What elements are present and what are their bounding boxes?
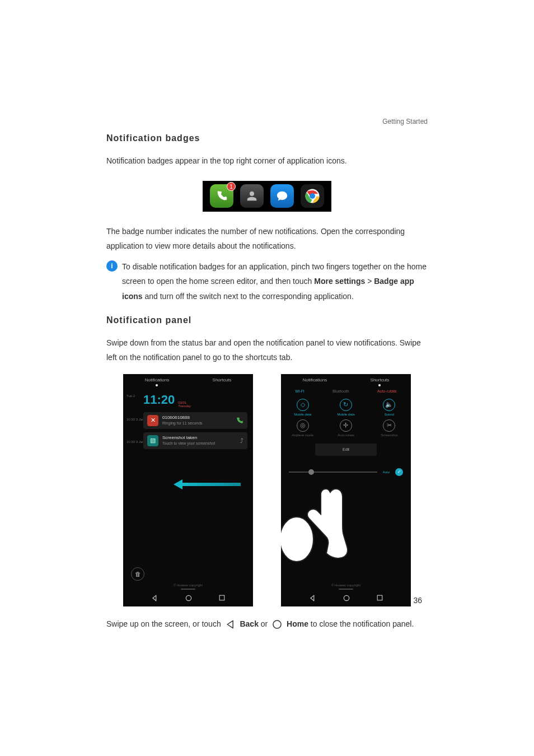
brightness-slider: Auto ✓ xyxy=(289,468,403,476)
side-label-2: 10:30 3 Jan xyxy=(127,418,144,422)
tab-notifications: Notifications xyxy=(145,377,170,386)
sc-top-wifi: Wi-Fi xyxy=(295,389,304,393)
close-text-a: Swipe up on the screen, or touch xyxy=(106,619,223,628)
figure-badge-icons: 1 xyxy=(106,181,428,212)
phone-app-icon: 1 xyxy=(210,184,233,208)
tab-shortcuts-r: Shortcuts xyxy=(371,377,390,386)
screenshot-icon: ▧ xyxy=(147,435,158,446)
notification-card-call: ✕ 01060610888Ringing for 11 seconds xyxy=(143,412,247,429)
info-callout: i To disable notification badges for an … xyxy=(106,259,428,304)
info-text: To disable notification badges for an ap… xyxy=(122,259,428,304)
chrome-app-icon xyxy=(301,184,324,208)
sc-top-bt: Bluetooth xyxy=(332,389,349,393)
close-text-or: or xyxy=(261,619,270,628)
clear-all-icon: 🗑 xyxy=(131,567,144,581)
nav-recent-icon-r xyxy=(376,594,383,601)
separator-gt: > xyxy=(365,277,374,286)
call-back-icon xyxy=(236,417,243,424)
edit-shortcuts-button: Edit xyxy=(315,444,377,456)
close-text-b: to close the notification panel. xyxy=(311,619,414,628)
para-badges-intro: Notification badges appear in the top ri… xyxy=(106,153,428,169)
label-more-settings: More settings xyxy=(314,277,365,286)
shortcut-cell: ◎Airplane mode xyxy=(281,419,324,437)
para-close-panel: Swipe up on the screen, or touch Back or… xyxy=(106,617,428,632)
tab-notifications-r: Notifications xyxy=(303,377,327,386)
mock-footer: © Huawei copyright xyxy=(174,584,203,587)
missed-call-icon: ✕ xyxy=(147,415,158,426)
mock-shortcuts-panel: Notifications Shortcuts Wi-Fi Bluetooth … xyxy=(281,374,411,606)
shortcut-cell: ↻Mobile data xyxy=(324,399,367,416)
svg-rect-4 xyxy=(219,595,224,600)
info-text-b: and turn off the switch next to the corr… xyxy=(143,292,354,301)
label-home: Home xyxy=(287,619,308,628)
nav-back-icon xyxy=(151,594,159,602)
svg-point-8 xyxy=(273,620,281,628)
para-badges-explain: The badge number indicates the number of… xyxy=(106,224,428,254)
mock-notifications-panel: Notifications Shortcuts Tue 2 11:20 03/0… xyxy=(123,374,253,606)
shortcut-cell: ◇Mobile data xyxy=(281,399,324,416)
nav-home-icon xyxy=(185,594,193,602)
panel-time: 11:20 xyxy=(143,393,175,407)
svg-point-6 xyxy=(344,595,349,600)
svg-point-5 xyxy=(281,517,313,562)
heading-notification-badges: Notification badges xyxy=(106,133,428,143)
sc-top-rot: Auto-rotate xyxy=(377,389,397,393)
shortcut-cell: ✂Screenshot xyxy=(368,419,411,437)
nav-back-icon-r xyxy=(309,594,317,602)
shortcut-cell: 🔈Sound xyxy=(368,399,411,416)
shortcut-cell: ✢Auto-rotate xyxy=(324,419,367,437)
nav-home-icon-r xyxy=(343,594,350,602)
svg-rect-7 xyxy=(377,595,382,600)
page-header-section: Getting Started xyxy=(106,118,428,125)
page-number: 36 xyxy=(413,596,422,605)
para-panel-intro: Swipe down from the status bar and open … xyxy=(106,335,428,365)
side-label-3: 10:30 3 Jan xyxy=(127,440,144,444)
share-icon: ⤴ xyxy=(240,437,243,444)
side-label-1: Tue 2 xyxy=(127,394,135,398)
heading-notification-panel: Notification panel xyxy=(106,315,428,325)
brightness-auto-label: Auto xyxy=(383,470,390,474)
contacts-app-icon xyxy=(240,184,264,208)
info-icon: i xyxy=(106,260,118,272)
label-back: Back xyxy=(240,619,258,628)
panel-date: 03/01Tuesday xyxy=(178,401,191,408)
badge-count: 1 xyxy=(227,182,236,191)
nav-recent-icon xyxy=(218,594,226,601)
hand-gesture-icon xyxy=(281,483,348,567)
tab-shortcuts: Shortcuts xyxy=(213,377,232,386)
home-circle-icon xyxy=(271,619,283,630)
back-triangle-icon xyxy=(225,619,236,630)
brightness-auto-icon: ✓ xyxy=(395,468,403,476)
figure-panel-mockups: Notifications Shortcuts Tue 2 11:20 03/0… xyxy=(106,374,428,606)
svg-point-3 xyxy=(186,595,191,600)
notification-card-screenshot: ▧ Screenshot takenTouch to view your scr… xyxy=(143,432,247,449)
swipe-left-arrow-icon xyxy=(174,480,241,488)
messages-app-icon xyxy=(270,184,294,208)
mock-footer-r: © Huawei copyright xyxy=(331,584,360,587)
